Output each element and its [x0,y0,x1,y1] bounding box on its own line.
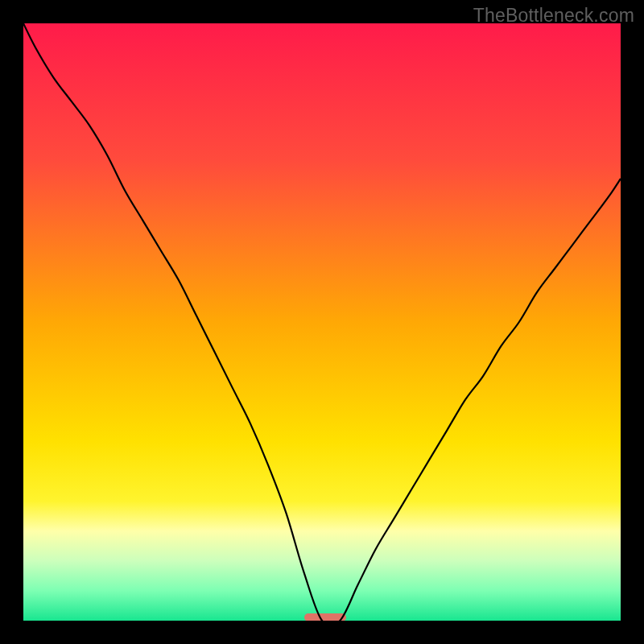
watermark-text: TheBottleneck.com [473,5,634,27]
bottleneck-curve [23,23,621,621]
plot-area [23,23,621,621]
chart-frame: TheBottleneck.com [0,0,644,644]
